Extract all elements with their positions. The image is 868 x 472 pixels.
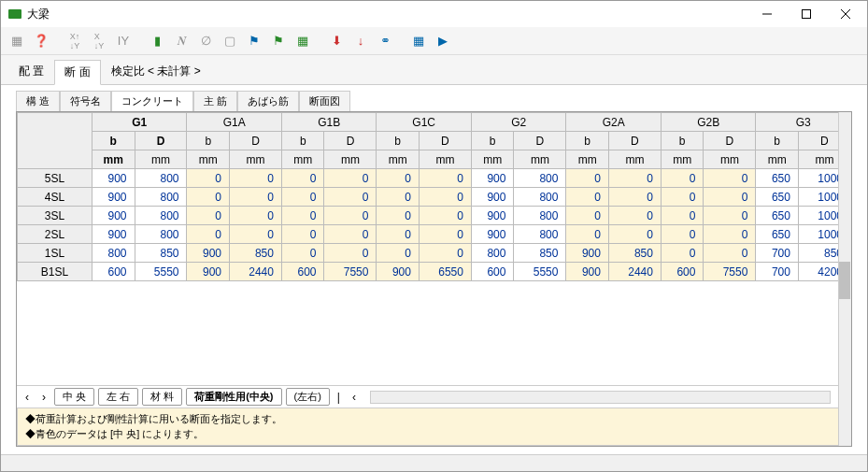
cell-b[interactable]: 900 xyxy=(92,188,135,207)
cell-b[interactable]: 0 xyxy=(377,207,420,225)
cell-d[interactable]: 0 xyxy=(704,188,756,207)
cell-d[interactable]: 800 xyxy=(135,169,187,188)
tool-flag2-icon[interactable]: ⚑ xyxy=(268,31,289,51)
cell-b[interactable]: 600 xyxy=(92,263,135,281)
subtab-symbol[interactable]: 符号名 xyxy=(60,91,111,111)
cell-d[interactable]: 0 xyxy=(230,225,282,244)
cell-d[interactable]: 0 xyxy=(419,188,471,207)
cell-b[interactable]: 0 xyxy=(661,169,704,188)
cell-b[interactable]: 0 xyxy=(281,169,324,188)
cell-b[interactable]: 900 xyxy=(377,263,420,281)
cell-d[interactable]: 800 xyxy=(135,207,187,225)
cell-b[interactable]: 900 xyxy=(187,263,230,281)
cell-d[interactable]: 0 xyxy=(704,225,756,244)
cell-b[interactable]: 900 xyxy=(92,169,135,188)
cell-b[interactable]: 900 xyxy=(471,188,514,207)
close-button[interactable] xyxy=(826,2,865,26)
table-row[interactable]: 4SL90080000000090080000006501000 xyxy=(18,188,851,207)
cell-d[interactable]: 800 xyxy=(514,169,566,188)
tool-grid-icon[interactable]: ▦ xyxy=(292,31,313,51)
cell-b[interactable]: 0 xyxy=(187,207,230,225)
subtab-stirrup[interactable]: あばら筋 xyxy=(237,91,299,111)
cell-b[interactable]: 0 xyxy=(661,207,704,225)
cell-b[interactable]: 900 xyxy=(187,244,230,263)
cell-d[interactable]: 0 xyxy=(704,244,756,263)
vertical-scrollbar[interactable] xyxy=(838,112,851,446)
tool-table1-icon[interactable]: ▦ xyxy=(408,31,429,51)
cell-b[interactable]: 0 xyxy=(187,225,230,244)
cell-d[interactable]: 0 xyxy=(324,188,377,207)
data-table[interactable]: G1G1AG1BG1CG2G2AG2BG3bDbDbDbDbDbDbDbDmmm… xyxy=(17,112,851,281)
btab-prev-icon[interactable]: ‹ xyxy=(21,391,34,404)
cell-b[interactable]: 0 xyxy=(566,188,609,207)
tab-check[interactable]: 検定比 < 未計算 > xyxy=(101,59,211,84)
cell-b[interactable]: 0 xyxy=(661,225,704,244)
cell-d[interactable]: 0 xyxy=(419,169,471,188)
tool-table2-icon[interactable]: ▶ xyxy=(433,31,453,51)
table-row[interactable]: 2SL90080000000090080000006501000 xyxy=(18,225,851,244)
cell-b[interactable]: 0 xyxy=(281,188,324,207)
cell-d[interactable]: 850 xyxy=(514,244,566,263)
cell-b[interactable]: 0 xyxy=(377,225,420,244)
cell-d[interactable]: 0 xyxy=(324,244,377,263)
cell-d[interactable]: 0 xyxy=(230,188,282,207)
cell-d[interactable]: 850 xyxy=(608,244,661,263)
cell-b[interactable]: 0 xyxy=(377,244,420,263)
tool-down1-icon[interactable]: ⬇ xyxy=(326,31,347,51)
hscroll-left-icon[interactable]: ‹ xyxy=(348,391,361,404)
cell-d[interactable]: 0 xyxy=(324,225,377,244)
subtab-structure[interactable]: 構 造 xyxy=(16,91,60,111)
cell-d[interactable]: 0 xyxy=(608,207,661,225)
tool-green1-icon[interactable]: ▮ xyxy=(147,31,167,51)
cell-b[interactable]: 900 xyxy=(471,225,514,244)
cell-b[interactable]: 0 xyxy=(661,188,704,207)
cell-d[interactable]: 0 xyxy=(704,169,756,188)
table-row[interactable]: 3SL90080000000090080000006501000 xyxy=(18,207,851,225)
help-icon[interactable]: ❓ xyxy=(31,31,51,51)
cell-b[interactable]: 650 xyxy=(756,169,799,188)
cell-d[interactable]: 0 xyxy=(608,188,661,207)
cell-d[interactable]: 0 xyxy=(419,225,471,244)
cell-d[interactable]: 5550 xyxy=(135,263,187,281)
table-row[interactable]: 5SL90080000000090080000006501000 xyxy=(18,169,851,188)
btab-center[interactable]: 中 央 xyxy=(54,388,94,406)
table-row[interactable]: 1SL800850900850000080085090085000700850 xyxy=(18,244,851,263)
cell-b[interactable]: 0 xyxy=(377,169,420,188)
cell-d[interactable]: 0 xyxy=(419,244,471,263)
cell-d[interactable]: 850 xyxy=(135,244,187,263)
cell-d[interactable]: 800 xyxy=(135,188,187,207)
cell-d[interactable]: 0 xyxy=(324,207,377,225)
cell-d[interactable]: 0 xyxy=(324,169,377,188)
btab-lr[interactable]: 左 右 xyxy=(98,388,138,406)
tab-layout[interactable]: 配 置 xyxy=(8,59,54,84)
cell-b[interactable]: 800 xyxy=(92,244,135,263)
cell-b[interactable]: 700 xyxy=(756,263,799,281)
cell-d[interactable]: 0 xyxy=(230,207,282,225)
table-row[interactable]: B1SL600555090024406007550900655060055509… xyxy=(18,263,851,281)
tool-flag1-icon[interactable]: ⚑ xyxy=(244,31,264,51)
cell-d[interactable]: 0 xyxy=(230,169,282,188)
cell-d[interactable]: 2440 xyxy=(230,263,282,281)
cell-d[interactable]: 6550 xyxy=(419,263,471,281)
cell-b[interactable]: 650 xyxy=(756,188,799,207)
minimize-button[interactable] xyxy=(747,2,787,26)
cell-b[interactable]: 900 xyxy=(92,207,135,225)
cell-b[interactable]: 0 xyxy=(187,188,230,207)
cell-d[interactable]: 7550 xyxy=(704,263,756,281)
cell-b[interactable]: 900 xyxy=(471,207,514,225)
cell-b[interactable]: 0 xyxy=(661,244,704,263)
cell-d[interactable]: 800 xyxy=(514,207,566,225)
cell-b[interactable]: 900 xyxy=(471,169,514,188)
btab-stiffness-lr[interactable]: (左右) xyxy=(286,388,330,406)
subtab-mainbar[interactable]: 主 筋 xyxy=(193,91,237,111)
cell-b[interactable]: 0 xyxy=(281,207,324,225)
cell-d[interactable]: 7550 xyxy=(324,263,377,281)
cell-d[interactable]: 5550 xyxy=(514,263,566,281)
cell-b[interactable]: 0 xyxy=(566,207,609,225)
cell-b[interactable]: 0 xyxy=(566,169,609,188)
subtab-sectionview[interactable]: 断面図 xyxy=(299,91,350,111)
cell-d[interactable]: 0 xyxy=(608,169,661,188)
cell-d[interactable]: 800 xyxy=(514,225,566,244)
cell-b[interactable]: 900 xyxy=(566,263,609,281)
cell-b[interactable]: 0 xyxy=(281,225,324,244)
